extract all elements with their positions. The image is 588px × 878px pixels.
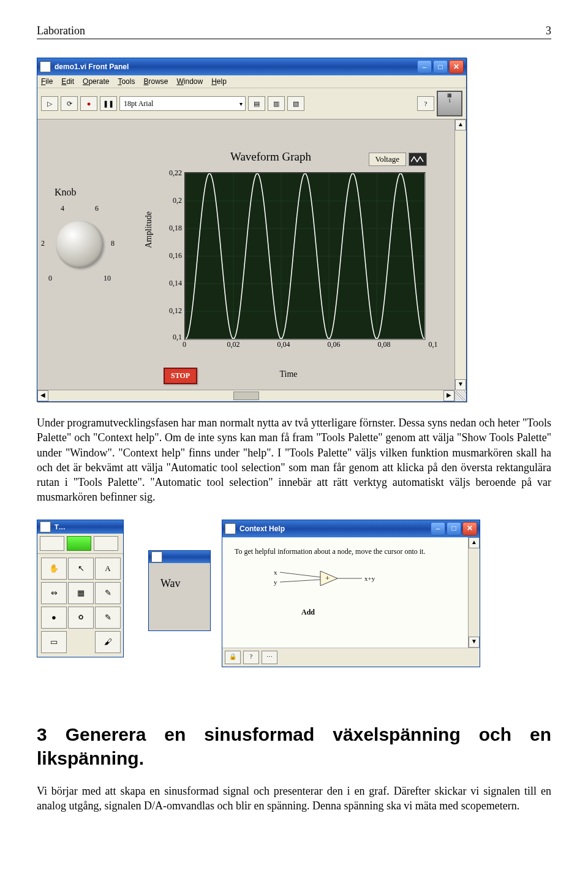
vi-icon[interactable]: ▦1 xyxy=(437,91,462,116)
operate-tool-icon[interactable]: ✋ xyxy=(41,558,67,580)
add-node-diagram: x y + x+y Add xyxy=(247,566,394,597)
pause-button[interactable]: ❚❚ xyxy=(100,96,117,111)
close-button[interactable]: ✕ xyxy=(449,60,464,74)
menu-browse[interactable]: Browse xyxy=(143,77,168,86)
ctx-maximize-button[interactable]: □ xyxy=(447,522,461,536)
svg-line-14 xyxy=(280,580,320,582)
background-graph-label-fragment: Wav xyxy=(160,577,181,590)
output-label: x+y xyxy=(364,575,375,582)
ctx-minimize-button[interactable]: – xyxy=(431,522,445,536)
scroll-right-icon[interactable]: ▶ xyxy=(443,390,454,401)
menu-operate[interactable]: Operate xyxy=(83,77,109,86)
node-name-label: Add xyxy=(247,608,369,617)
ctx-vertical-scrollbar[interactable]: ▲ ▼ xyxy=(468,537,480,648)
tools-titlebar[interactable]: T… xyxy=(37,520,123,534)
minimize-button[interactable]: – xyxy=(417,60,432,74)
page-header-title: Laboration xyxy=(37,25,85,37)
scroll-down-icon[interactable]: ▼ xyxy=(469,637,480,648)
context-help-footer: 🔒 ? ⋯ xyxy=(222,648,480,667)
menu-edit[interactable]: Edit xyxy=(61,77,74,86)
scroll-thumb[interactable] xyxy=(233,392,259,400)
color-copy-tool-icon[interactable]: ✎ xyxy=(95,607,121,629)
knob-tick-10: 10 xyxy=(104,274,111,283)
scroll-down-icon[interactable]: ▼ xyxy=(455,379,466,390)
maximize-button[interactable]: □ xyxy=(433,60,448,74)
menu-window[interactable]: Window xyxy=(176,77,203,86)
x-tick: 0,1 xyxy=(429,340,438,349)
run-continuously-button[interactable]: ⟳ xyxy=(61,96,78,111)
context-help-toggle[interactable]: ? xyxy=(417,96,434,111)
waveform-plot-svg xyxy=(186,173,424,339)
svg-line-13 xyxy=(280,572,320,577)
scroll-up-icon[interactable]: ▲ xyxy=(469,537,480,548)
knob-tick-0: 0 xyxy=(48,274,52,283)
labview-icon xyxy=(40,61,51,72)
y-tick: 0,18 xyxy=(155,224,182,233)
knob-tick-2: 2 xyxy=(41,239,45,248)
breakpoint-tool-icon[interactable]: ● xyxy=(41,607,67,629)
horizontal-scrollbar[interactable]: ◀ ▶ xyxy=(37,390,466,401)
window-title: demo1.vi Front Panel xyxy=(55,62,417,71)
window-titlebar[interactable]: demo1.vi Front Panel – □ ✕ xyxy=(37,58,466,75)
resize-grip-icon[interactable] xyxy=(454,391,466,401)
object-popup-tool-icon[interactable]: ▦ xyxy=(68,582,94,604)
y-tick: 0,16 xyxy=(155,251,182,260)
knob-label: Knob xyxy=(55,187,77,198)
align-button[interactable]: ▤ xyxy=(248,96,265,111)
y-tick: 0,2 xyxy=(155,196,182,205)
reorder-button[interactable]: ▧ xyxy=(287,96,304,111)
labview-icon xyxy=(225,523,236,534)
input-x-label: x xyxy=(274,569,277,576)
ctx-more-icon[interactable]: ⋯ xyxy=(262,651,277,664)
tools-palette-window: T… ✋ ↖ A ⇔ ▦ ✎ ● ⭘ ✎ ▭ 🖌 xyxy=(37,520,124,657)
y-axis-label: Amplitude xyxy=(144,211,154,248)
waveform-graph: Waveform Graph Voltage Amplitude 0,22 0,… xyxy=(148,150,429,377)
section-3-heading: 3 Generera en sinusformad växelspänning … xyxy=(37,722,551,770)
knob-tick-4: 4 xyxy=(61,204,64,213)
x-tick: 0 xyxy=(183,340,186,349)
auto-tool-left-icon xyxy=(40,536,64,551)
stop-button[interactable]: STOP xyxy=(164,368,197,384)
ctx-close-button[interactable]: ✕ xyxy=(462,522,477,536)
labview-icon xyxy=(40,521,51,532)
scroll-tool-icon[interactable]: ✎ xyxy=(95,582,121,604)
wiring-tool-icon[interactable]: ⇔ xyxy=(41,582,67,604)
vertical-scrollbar[interactable]: ▲ ▼ xyxy=(454,119,466,390)
x-tick: 0,06 xyxy=(328,340,341,349)
probe-tool-icon[interactable]: ⭘ xyxy=(68,607,94,629)
auto-tool-right-icon xyxy=(94,536,118,551)
section-3-paragraph: Vi börjar med att skapa en sinusformad s… xyxy=(37,784,551,814)
paragraph-1: Under programutvecklingsfasen har man no… xyxy=(37,415,551,505)
run-button[interactable]: ▷ xyxy=(41,96,58,111)
y-tick: 0,14 xyxy=(155,279,182,288)
menu-tools[interactable]: Tools xyxy=(118,77,135,86)
font-selector[interactable]: 18pt Arial xyxy=(119,96,246,111)
legend-line-icon[interactable] xyxy=(409,153,427,166)
ctx-detail-icon[interactable]: ? xyxy=(243,651,259,664)
scroll-up-icon[interactable]: ▲ xyxy=(455,119,466,131)
automatic-tool-selection[interactable] xyxy=(37,534,123,554)
legend-label[interactable]: Voltage xyxy=(369,153,406,166)
knob-tick-6: 6 xyxy=(95,204,99,213)
y-tick: 0,1 xyxy=(155,333,182,342)
context-help-window: Context Help – □ ✕ To get helpful inform… xyxy=(222,520,480,667)
plot-area[interactable] xyxy=(184,172,426,340)
distribute-button[interactable]: ▥ xyxy=(268,96,285,111)
scroll-left-icon[interactable]: ◀ xyxy=(37,390,48,401)
menu-file[interactable]: File xyxy=(41,77,53,86)
color-tool-brush-icon[interactable]: 🖌 xyxy=(95,631,121,653)
abort-button[interactable]: ● xyxy=(80,96,97,111)
knob-control[interactable] xyxy=(56,221,104,268)
ctx-lock-icon[interactable]: 🔒 xyxy=(225,651,241,664)
x-tick: 0,08 xyxy=(378,340,391,349)
page-number: 3 xyxy=(546,25,551,37)
auto-tool-indicator-icon xyxy=(67,536,91,551)
menu-help[interactable]: Help xyxy=(211,77,227,86)
toolbar: ▷ ⟳ ● ❚❚ 18pt Arial ▤ ▥ ▧ ? ▦1 xyxy=(37,88,466,119)
menubar: File Edit Operate Tools Browse Window He… xyxy=(37,75,466,88)
position-tool-icon[interactable]: ↖ xyxy=(68,558,94,580)
context-help-titlebar[interactable]: Context Help – □ ✕ xyxy=(222,520,480,537)
context-help-title: Context Help xyxy=(239,524,431,533)
color-tool-fg-icon[interactable]: ▭ xyxy=(41,631,67,653)
text-tool-icon[interactable]: A xyxy=(95,558,121,580)
